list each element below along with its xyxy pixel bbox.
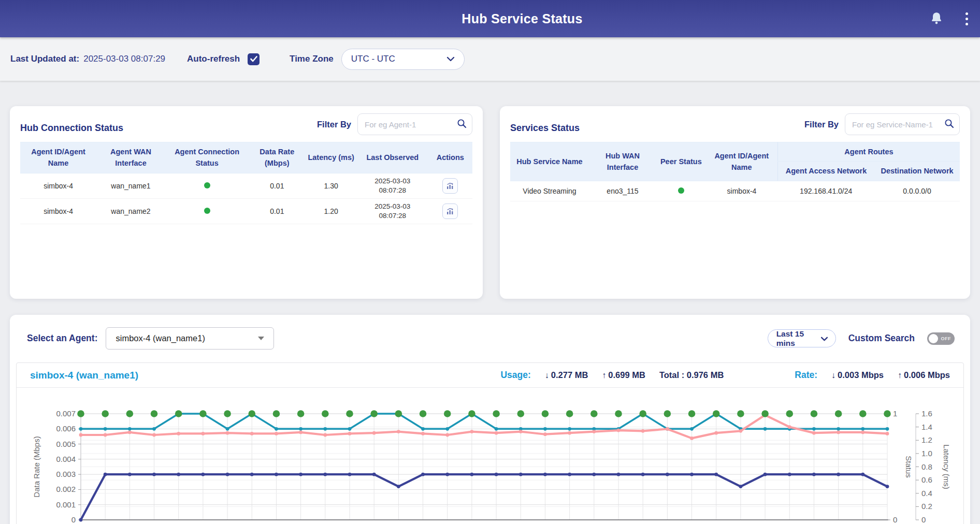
svg-text:0.002: 0.002 xyxy=(56,485,76,493)
svg-text:1.2: 1.2 xyxy=(921,435,932,444)
col-last-observed: Last Observed xyxy=(357,142,428,173)
col-group-agent-routes: Agent Routes xyxy=(777,142,960,162)
svg-text:Latency (ms): Latency (ms) xyxy=(942,444,951,489)
usage-upload-value: ↑0.699 MB xyxy=(602,370,645,380)
notifications-bell-icon[interactable] xyxy=(920,0,953,37)
download-arrow-icon: ↓ xyxy=(831,371,835,380)
hub-connection-row: simbox-4wan_name20.011.202025-03-03 08:0… xyxy=(20,198,472,224)
toggle-state-label: OFF xyxy=(941,336,952,341)
service-name-cell: Video Streaming xyxy=(510,181,589,201)
time-zone-label: Time Zone xyxy=(290,54,334,64)
status-up-dot xyxy=(204,208,210,214)
search-icon[interactable] xyxy=(457,119,467,130)
auto-refresh-label: Auto-refresh xyxy=(187,54,240,64)
kebab-menu-icon[interactable] xyxy=(953,0,980,37)
select-agent-label: Select an Agent: xyxy=(27,333,97,344)
svg-text:0.2: 0.2 xyxy=(921,502,932,511)
svg-text:0.6: 0.6 xyxy=(921,475,932,484)
status-up-dot xyxy=(678,187,684,194)
mini-chart-icon xyxy=(446,207,454,215)
checkmark-icon xyxy=(250,56,257,62)
chevron-down-icon xyxy=(820,334,828,343)
svg-text:1.4: 1.4 xyxy=(921,423,932,431)
services-status-table: Hub Service Name Hub WAN Interface Peer … xyxy=(510,142,960,201)
col-hub-wan: Hub WAN Interface xyxy=(589,142,656,181)
hub-connection-status-card: Filter By Hub Connection Status Agent ID… xyxy=(10,106,483,299)
upload-arrow-icon: ↑ xyxy=(898,371,902,380)
actions-cell xyxy=(428,173,472,198)
svg-text:0.8: 0.8 xyxy=(921,462,932,471)
services-status-card: Filter By Services Status Hub Service Na… xyxy=(500,106,970,299)
search-icon[interactable] xyxy=(944,119,954,130)
col-agent-id: Agent ID/Agent Name xyxy=(706,142,778,181)
chart-title: simbox-4 (wan_name1) xyxy=(30,370,138,381)
svg-text:0.001: 0.001 xyxy=(56,500,76,509)
page-title: Hub Service Status xyxy=(32,11,980,26)
custom-search-toggle[interactable]: OFF xyxy=(927,332,955,345)
destination-network-cell: 0.0.0.0/0 xyxy=(874,181,960,201)
time-range-select[interactable]: Last 15 mins xyxy=(768,329,836,347)
service-status-row: Video Streamingeno3_115simbox-4192.168.4… xyxy=(510,181,960,201)
services-filter-input[interactable] xyxy=(852,120,944,129)
traffic-chart-panel: simbox-4 (wan_name1) Usage: ↓0.277 MB ↑0… xyxy=(16,362,964,524)
hub-connection-row: simbox-4wan_name10.011.302025-03-03 08:0… xyxy=(20,173,472,198)
time-zone-select[interactable]: UTC - UTC xyxy=(341,49,465,70)
status-up-dot xyxy=(204,182,210,188)
col-service-name: Hub Service Name xyxy=(510,142,589,181)
svg-text:0: 0 xyxy=(893,515,897,524)
chevron-down-icon xyxy=(446,54,455,64)
col-agent-id: Agent ID/Agent Name xyxy=(20,142,96,173)
svg-text:Data Rate (Mbps): Data Rate (Mbps) xyxy=(32,436,41,497)
latency-cell: 1.20 xyxy=(305,198,357,224)
time-range-value: Last 15 mins xyxy=(776,329,820,348)
usage-total-value: Total : 0.976 MB xyxy=(659,370,724,380)
svg-text:1.6: 1.6 xyxy=(921,409,932,418)
col-peer-status: Peer Status xyxy=(656,142,705,181)
custom-search-label: Custom Search xyxy=(848,333,915,344)
svg-text:0.4: 0.4 xyxy=(921,489,932,498)
col-destination-network: Destination Network xyxy=(874,162,960,181)
access-network-cell: 192.168.41.0/24 xyxy=(777,181,874,201)
last-updated-value: 2025-03-03 08:07:29 xyxy=(83,54,165,64)
traffic-chart: 00.0010.0020.0030.0040.0050.0060.007Data… xyxy=(17,388,963,524)
data-rate-cell: 0.01 xyxy=(249,198,305,224)
last-observed-cell: 2025-03-03 08:07:28 xyxy=(357,198,428,224)
hub-filter-box xyxy=(357,113,472,135)
last-observed-cell: 2025-03-03 08:07:28 xyxy=(357,173,428,198)
rate-upload-value: ↑0.006 Mbps xyxy=(898,370,950,380)
toggle-knob xyxy=(929,334,938,343)
rate-label: Rate: xyxy=(795,370,817,381)
time-zone-value: UTC - UTC xyxy=(351,54,395,64)
agent-id-cell: simbox-4 xyxy=(20,173,96,198)
hub-wan-cell: eno3_115 xyxy=(589,181,656,201)
connection-status-cell xyxy=(165,198,249,224)
view-chart-button[interactable] xyxy=(442,203,458,219)
agent-id-cell: simbox-4 xyxy=(20,198,96,224)
svg-text:0.005: 0.005 xyxy=(56,440,76,448)
actions-cell xyxy=(428,198,472,224)
svg-text:0: 0 xyxy=(921,515,926,524)
col-agent-wan: Agent WAN Interface xyxy=(96,142,165,173)
upload-arrow-icon: ↑ xyxy=(602,371,606,380)
agent-select[interactable]: simbox-4 (wan_name1) xyxy=(106,327,274,350)
hub-connection-table: Agent ID/Agent Name Agent WAN Interface … xyxy=(20,142,472,224)
rate-download-value: ↓0.003 Mbps xyxy=(831,370,884,380)
connection-status-cell xyxy=(165,173,249,198)
app-header: Hub Service Status xyxy=(0,0,980,37)
view-chart-button[interactable] xyxy=(442,178,458,194)
download-arrow-icon: ↓ xyxy=(545,371,549,380)
svg-text:0: 0 xyxy=(71,515,76,524)
agent-traffic-card: Select an Agent: simbox-4 (wan_name1) La… xyxy=(10,315,970,524)
usage-label: Usage: xyxy=(500,370,530,381)
refresh-bar: Last Updated at: 2025-03-03 08:07:29 Aut… xyxy=(0,37,980,81)
hub-filter-input[interactable] xyxy=(365,120,457,129)
hub-filter-label: Filter By xyxy=(317,120,351,129)
col-latency: Latency (ms) xyxy=(305,142,357,173)
svg-text:0.003: 0.003 xyxy=(56,470,76,478)
svg-text:1.0: 1.0 xyxy=(921,449,932,458)
auto-refresh-checkbox[interactable] xyxy=(248,53,260,65)
svg-text:0.004: 0.004 xyxy=(56,455,76,463)
svg-text:1: 1 xyxy=(893,409,897,418)
data-rate-cell: 0.01 xyxy=(249,173,305,198)
latency-cell: 1.30 xyxy=(305,173,357,198)
